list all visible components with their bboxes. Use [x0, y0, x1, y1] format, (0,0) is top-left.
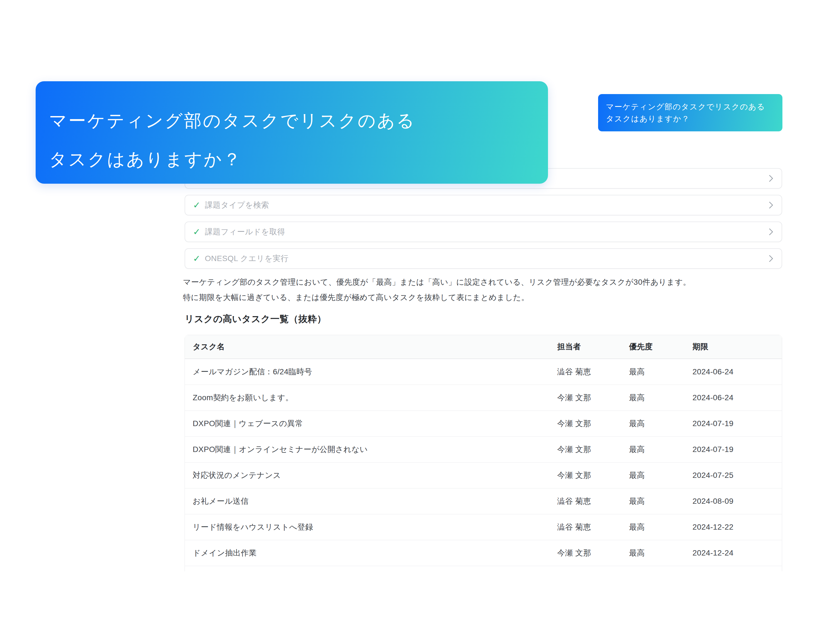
cell-assignee: 澁谷 菊恵 — [557, 367, 629, 377]
cell-task: DXPO関連｜ウェブースの異常 — [185, 418, 557, 429]
cell-assignee: 澁谷 菊恵 — [557, 496, 629, 506]
tool-step-list: ✓ ✓ 課題タイプを検索 ✓ 課題フィールドを取得 ✓ ONESQL クエリを実… — [185, 168, 782, 275]
cell-priority: 最高 — [629, 496, 693, 506]
cell-assignee: 今瀬 文那 — [557, 444, 629, 455]
check-icon: ✓ — [193, 201, 200, 210]
cell-assignee: 今瀬 文那 — [557, 418, 629, 429]
table-body: メールマガジン配信：6/24臨時号 澁谷 菊恵 最高 2024-06-24 Zo… — [185, 359, 782, 571]
chevron-right-icon — [766, 202, 773, 208]
cell-due: 2024-12-24 — [693, 549, 782, 557]
cell-task: リード情報をハウスリストへ登録 — [185, 522, 557, 533]
tool-step-row[interactable]: ✓ ONESQL クエリを実行 — [185, 248, 782, 269]
cell-due: 2024-06-24 — [693, 367, 782, 376]
cell-task: Zoom契約をお願いします。 — [185, 392, 557, 403]
check-icon: ✓ — [193, 228, 200, 236]
chevron-right-icon — [766, 255, 773, 262]
table-row: 対応状況のメンテナンス 今瀬 文那 最高 2024-07-25 — [185, 462, 782, 488]
user-message-bubble: マーケティング部のタスクでリスクのある タスクはありますか？ — [598, 94, 783, 131]
tool-step-row[interactable]: ✓ 課題タイプを検索 — [185, 195, 782, 215]
tool-step-label: ONESQL クエリを実行 — [205, 253, 289, 264]
cell-task: ドメイン抽出作業 — [185, 548, 557, 558]
cell-assignee: 澁谷 菊恵 — [557, 522, 629, 533]
table-header-row: タスク名 担当者 優先度 期限 — [185, 335, 782, 359]
cell-due: 2024-08-09 — [693, 497, 782, 506]
cell-task: 対応状況のメンテナンス — [185, 470, 557, 481]
column-header-task: タスク名 — [185, 341, 557, 352]
user-message-line: タスクはありますか？ — [606, 113, 775, 125]
user-message-line: マーケティング部のタスクでリスクのある — [49, 101, 535, 140]
table-row: メールマガジン配信：6/24臨時号 澁谷 菊恵 最高 2024-06-24 — [185, 359, 782, 385]
cell-task: メールマガジン配信：6/24臨時号 — [185, 367, 557, 377]
cell-due: 2024-07-19 — [693, 445, 782, 454]
cell-due: 2024-06-24 — [693, 393, 782, 402]
cell-priority: 最高 — [629, 522, 693, 533]
table-row: DXPO関連｜オンラインセミナーが公開されない 今瀬 文那 最高 2024-07… — [185, 436, 782, 462]
cell-assignee: 今瀬 文那 — [557, 548, 629, 558]
cell-due: 2024-07-19 — [693, 419, 782, 428]
column-header-assignee: 担当者 — [557, 341, 629, 352]
check-icon: ✓ — [193, 254, 200, 263]
cell-priority: 最高 — [629, 444, 693, 455]
column-header-priority: 優先度 — [629, 341, 693, 352]
cell-due: 2024-07-25 — [693, 471, 782, 480]
cell-assignee: 今瀬 文那 — [557, 470, 629, 481]
cell-priority: 最高 — [629, 367, 693, 377]
user-message-line: タスクはありますか？ — [49, 140, 535, 179]
user-message-bubble-zoomed-overlay: マーケティング部のタスクでリスクのある タスクはありますか？ — [36, 81, 548, 184]
table-row: 展示会補助金対応（不足資料の入手について） 今瀬 文那 最高 2026-03-1… — [185, 566, 782, 571]
table-row: リード情報をハウスリストへ登録 澁谷 菊恵 最高 2024-12-22 — [185, 514, 782, 540]
cell-priority: 最高 — [629, 418, 693, 429]
ai-chat-result-screen: ✓ ✓ 課題タイプを検索 ✓ 課題フィールドを取得 ✓ ONESQL クエリを実… — [0, 0, 837, 644]
table-row: ドメイン抽出作業 今瀬 文那 最高 2024-12-24 — [185, 540, 782, 566]
tool-step-row[interactable]: ✓ 課題フィールドを取得 — [185, 221, 782, 242]
cell-assignee: 今瀬 文那 — [557, 392, 629, 403]
cell-due: 2024-12-22 — [693, 523, 782, 532]
cell-priority: 最高 — [629, 470, 693, 481]
summary-line-2: 特に期限を大幅に過ぎている、または優先度が極めて高いタスクを抜粋して表にまとめま… — [183, 290, 809, 305]
cell-priority: 最高 — [629, 548, 693, 558]
column-header-due: 期限 — [693, 341, 782, 352]
risk-task-table-title: リスクの高いタスク一覧（抜粋） — [185, 313, 327, 325]
tool-step-label: 課題フィールドを取得 — [205, 226, 285, 237]
table-row: Zoom契約をお願いします。 今瀬 文那 最高 2024-06-24 — [185, 385, 782, 411]
tool-step-label: 課題タイプを検索 — [205, 200, 269, 210]
table-row: お礼メール送信 澁谷 菊恵 最高 2024-08-09 — [185, 488, 782, 514]
user-message-line: マーケティング部のタスクでリスクのある — [606, 101, 775, 113]
risk-task-table: タスク名 担当者 優先度 期限 メールマガジン配信：6/24臨時号 澁谷 菊恵 … — [185, 335, 782, 571]
risk-task-table-viewport: タスク名 担当者 優先度 期限 メールマガジン配信：6/24臨時号 澁谷 菊恵 … — [185, 335, 782, 571]
cell-priority: 最高 — [629, 392, 693, 403]
cell-task: お礼メール送信 — [185, 496, 557, 506]
table-row: DXPO関連｜ウェブースの異常 今瀬 文那 最高 2024-07-19 — [185, 411, 782, 436]
cell-task: DXPO関連｜オンラインセミナーが公開されない — [185, 444, 557, 455]
chevron-right-icon — [766, 228, 773, 235]
assistant-summary-text: マーケティング部のタスク管理において、優先度が「最高」または「高い」に設定されて… — [183, 274, 809, 305]
chevron-right-icon — [766, 175, 773, 182]
summary-line-1: マーケティング部のタスク管理において、優先度が「最高」または「高い」に設定されて… — [183, 274, 809, 290]
